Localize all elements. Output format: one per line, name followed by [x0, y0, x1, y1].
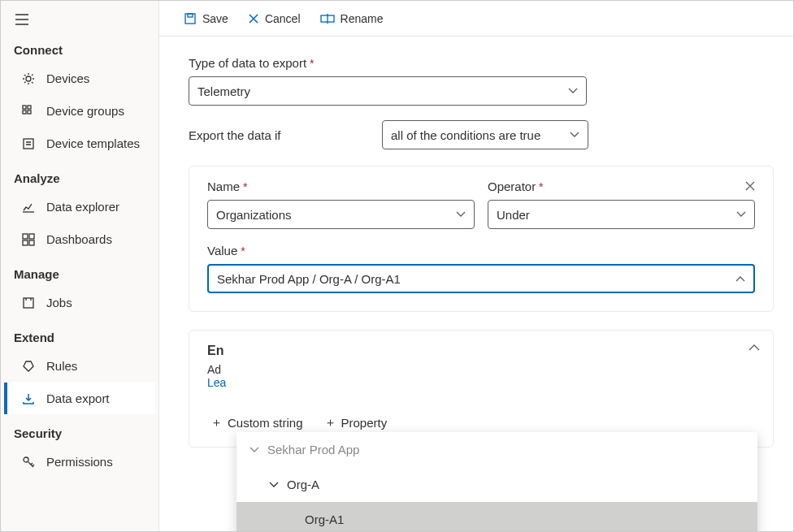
permissions-icon — [22, 456, 35, 469]
toolbar: Save Cancel Rename — [159, 1, 793, 37]
save-label: Save — [202, 12, 228, 25]
sidebar-item-permissions[interactable]: Permissions — [4, 446, 155, 478]
close-icon — [744, 180, 756, 192]
chip-label: Custom string — [228, 416, 303, 430]
svg-rect-9 — [29, 240, 34, 245]
rename-icon — [320, 13, 335, 24]
enrich-subtext: Ad — [207, 363, 755, 376]
hamburger-menu[interactable] — [1, 4, 158, 32]
sidebar-label: Rules — [46, 359, 77, 373]
chevron-down-icon — [736, 211, 746, 218]
export-if-select[interactable]: all of the conditions are true — [382, 120, 588, 149]
devices-icon — [22, 72, 35, 85]
rename-button[interactable]: Rename — [314, 7, 390, 30]
svg-rect-1 — [23, 106, 26, 109]
sidebar-item-jobs[interactable]: Jobs — [4, 287, 155, 318]
svg-rect-2 — [28, 106, 31, 109]
sidebar-label: Dashboards — [46, 232, 112, 246]
name-label: Name — [207, 179, 240, 193]
chevron-down-icon — [269, 482, 279, 488]
sidebar-item-device-templates[interactable]: Device templates — [4, 128, 155, 159]
dropdown-item-root[interactable]: Sekhar Prod App — [236, 432, 757, 467]
form-area: Type of data to export * Telemetry Expor… — [159, 37, 793, 531]
data-explorer-icon — [22, 201, 35, 214]
add-property-button[interactable]: ＋ Property — [321, 412, 391, 434]
operator-select[interactable]: Under — [488, 200, 755, 229]
cancel-label: Cancel — [265, 12, 301, 25]
cancel-button[interactable]: Cancel — [241, 7, 307, 30]
plus-icon: ＋ — [324, 415, 336, 430]
main-content: Save Cancel Rename Type of data to expor… — [159, 1, 793, 531]
chevron-down-icon — [456, 211, 466, 218]
device-templates-icon — [22, 137, 35, 150]
svg-rect-7 — [29, 234, 34, 239]
enrich-learn-link[interactable]: Lea — [207, 376, 226, 389]
chevron-up-icon — [748, 344, 760, 352]
sidebar-item-rules[interactable]: Rules — [4, 350, 155, 382]
dropdown-item-org-a[interactable]: Org-A — [236, 467, 757, 502]
chevron-up-icon — [735, 275, 745, 282]
operator-value: Under — [497, 208, 736, 222]
chevron-down-icon — [249, 447, 259, 453]
type-label: Type of data to export — [189, 56, 306, 70]
cancel-icon — [248, 13, 259, 24]
jobs-icon — [22, 296, 35, 309]
svg-point-11 — [24, 457, 28, 462]
value-select[interactable]: Sekhar Prod App / Org-A / Org-A1 — [207, 264, 755, 293]
svg-rect-4 — [28, 110, 31, 114]
remove-condition-button[interactable] — [737, 173, 763, 199]
svg-point-0 — [26, 76, 31, 81]
svg-rect-5 — [24, 139, 33, 149]
svg-rect-6 — [23, 234, 28, 239]
dropdown-label: Org-A1 — [305, 513, 344, 526]
svg-rect-10 — [24, 298, 33, 308]
sidebar-item-dashboards[interactable]: Dashboards — [4, 223, 155, 255]
required-marker: * — [243, 180, 247, 193]
collapse-button[interactable] — [748, 344, 760, 352]
condition-card: Name * Organizations Operator * Under — [189, 166, 774, 312]
sidebar-label: Device templates — [46, 136, 140, 150]
dropdown-item-org-a1[interactable]: Org-A1 — [236, 502, 757, 531]
save-button[interactable]: Save — [177, 7, 235, 30]
name-value: Organizations — [216, 208, 456, 222]
sidebar-item-device-groups[interactable]: Device groups — [4, 95, 155, 127]
required-marker: * — [241, 244, 245, 257]
value-value: Sekhar Prod App / Org-A / Org-A1 — [217, 272, 735, 286]
sidebar-item-devices[interactable]: Devices — [4, 63, 155, 94]
sidebar-label: Devices — [46, 71, 89, 85]
sidebar-label: Data explorer — [46, 200, 119, 214]
section-analyze: Analyze — [1, 160, 158, 190]
required-marker: * — [310, 57, 314, 70]
sidebar-item-data-export[interactable]: Data export — [4, 383, 155, 414]
sidebar-label: Data export — [46, 391, 110, 405]
export-if-value: all of the conditions are true — [391, 128, 570, 142]
enrichments-card: En Ad Lea ＋ Custom string ＋ Property — [189, 330, 774, 448]
dropdown-label: Sekhar Prod App — [267, 443, 359, 456]
section-manage: Manage — [1, 256, 158, 286]
chevron-down-icon — [568, 88, 578, 94]
name-select[interactable]: Organizations — [207, 200, 475, 229]
value-label: Value — [207, 244, 237, 257]
device-groups-icon — [22, 105, 35, 118]
hamburger-icon — [15, 14, 28, 25]
svg-rect-12 — [185, 14, 195, 24]
rename-label: Rename — [341, 12, 384, 25]
save-icon — [184, 12, 197, 25]
dropdown-label: Org-A — [287, 478, 319, 491]
svg-rect-13 — [188, 14, 193, 17]
plus-icon: ＋ — [210, 415, 223, 430]
svg-rect-8 — [23, 240, 28, 245]
chip-label: Property — [341, 416, 388, 430]
rules-icon — [22, 360, 35, 373]
type-value: Telemetry — [197, 84, 568, 98]
svg-rect-3 — [23, 110, 26, 114]
sidebar-item-data-explorer[interactable]: Data explorer — [4, 191, 155, 223]
required-marker: * — [539, 180, 543, 193]
type-select[interactable]: Telemetry — [189, 76, 587, 106]
sidebar-label: Device groups — [46, 104, 124, 118]
data-export-icon — [22, 392, 35, 405]
add-custom-string-button[interactable]: ＋ Custom string — [207, 412, 306, 434]
section-extend: Extend — [1, 319, 158, 349]
value-dropdown: Sekhar Prod App Org-A Org-A1 Org-A2 Org-… — [236, 432, 757, 531]
operator-label: Operator — [488, 179, 536, 193]
